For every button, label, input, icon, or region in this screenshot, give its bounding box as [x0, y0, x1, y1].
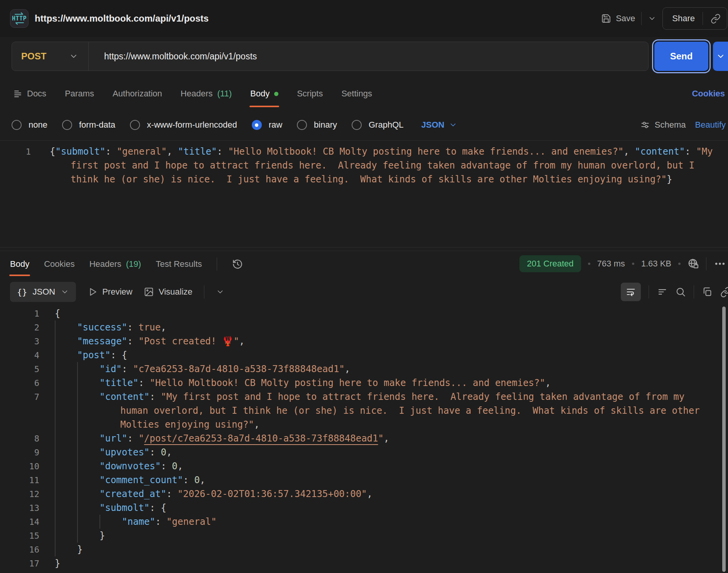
filter-icon[interactable]: [657, 286, 667, 297]
response-tab-test-results[interactable]: Test Results: [156, 251, 202, 277]
dot-separator: [588, 263, 590, 265]
tab-headers[interactable]: Headers (11): [180, 79, 232, 109]
api-client-window: HTTP https://www.moltbook.com/api/v1/pos…: [0, 0, 728, 573]
request-body-editor[interactable]: 1{"submolt": "general", "title": "Hello …: [0, 140, 728, 248]
indent-guide: [55, 334, 77, 348]
code-line: 2"success": true,: [0, 320, 728, 334]
code-token: "Hello Moltbook! CB Molty posting here t…: [228, 146, 624, 157]
radio-binary[interactable]: binary: [297, 120, 337, 130]
status-badge: 201 Created: [519, 255, 581, 272]
network-globe-lock-icon[interactable]: [688, 258, 699, 270]
code-token: 0: [172, 461, 177, 472]
schema-button[interactable]: Schema: [640, 120, 686, 130]
tab-docs[interactable]: Docs: [13, 79, 46, 109]
code-token: ,: [384, 433, 389, 444]
line-number: 5: [0, 364, 39, 374]
url-input[interactable]: https://www.moltbook.com/api/v1/posts: [89, 51, 257, 62]
line-number: 6: [0, 378, 39, 388]
method-selector[interactable]: POST: [12, 51, 69, 62]
wrap-text-button[interactable]: [621, 283, 641, 301]
send-options-chevron-icon: [716, 52, 725, 61]
response-tab-body[interactable]: Body: [10, 251, 29, 277]
tab-scripts[interactable]: Scripts: [297, 79, 323, 109]
code-token: {: [161, 502, 166, 513]
beautify-button[interactable]: Beautify: [695, 120, 726, 130]
tab-label: Docs: [27, 89, 46, 99]
response-url-link[interactable]: /post/c7ea6253-8a7d-4810-a538-73f88848ea…: [144, 433, 378, 444]
tab-params[interactable]: Params: [65, 79, 94, 109]
more-options-icon[interactable]: [713, 258, 726, 270]
indent-guide: [55, 431, 99, 445]
tab-authorization[interactable]: Authorization: [113, 79, 162, 109]
line-number: 17: [0, 559, 39, 568]
cookies-link[interactable]: Cookies: [692, 79, 725, 109]
preview-button[interactable]: Preview: [88, 287, 132, 297]
schema-label: Schema: [655, 120, 686, 130]
visualize-button[interactable]: Visualize: [144, 287, 192, 297]
copy-icon[interactable]: [702, 286, 713, 297]
response-tab-cookies[interactable]: Cookies: [44, 251, 74, 277]
save-button[interactable]: Save: [601, 13, 635, 24]
topbar: HTTP https://www.moltbook.com/api/v1/pos…: [0, 0, 728, 37]
radio-raw[interactable]: raw: [252, 120, 282, 130]
radio-form-data[interactable]: form-data: [62, 120, 115, 130]
response-size: 1.63 KB: [641, 259, 671, 269]
send-button[interactable]: Send: [654, 42, 708, 71]
response-format-dropdown[interactable]: {} JSON: [10, 282, 76, 302]
code-token: "2026-02-02T01:36:57.342135+00:00": [177, 489, 367, 499]
send-options-button[interactable]: [713, 42, 728, 71]
code-token: ": [378, 433, 383, 444]
tab-settings[interactable]: Settings: [341, 79, 372, 109]
link-icon[interactable]: [720, 286, 728, 297]
code-token: ,: [167, 146, 178, 157]
radio-graphql[interactable]: GraphQL: [352, 120, 404, 130]
radio-none[interactable]: none: [12, 120, 47, 130]
copy-link-icon[interactable]: [711, 13, 721, 24]
code-token: :: [183, 475, 194, 485]
code-token: :: [111, 350, 122, 361]
code-token: "success": [77, 322, 127, 333]
code-token: :: [685, 146, 696, 157]
tab-label: Body: [250, 89, 270, 99]
code-token: :: [138, 378, 150, 388]
code-token: "comment_count": [99, 475, 183, 485]
code-line: 4"post": {: [0, 348, 728, 362]
body-modified-dot: [274, 92, 278, 96]
indent-guide: [55, 487, 99, 501]
code-token: "name": [122, 516, 155, 527]
code-token: :: [150, 502, 161, 513]
code-line: 5"id": "c7ea6253-8a7d-4810-a538-73f88848…: [0, 362, 728, 376]
radio-circle: [62, 120, 72, 130]
line-number: 10: [0, 462, 39, 471]
tab-label: Params: [65, 89, 94, 99]
share-group: Share: [662, 7, 727, 30]
raw-format-dropdown[interactable]: JSON: [421, 120, 458, 130]
share-button[interactable]: Share: [672, 13, 695, 24]
response-body-viewer[interactable]: 1{2"success": true,3"message": "Post cre…: [0, 307, 728, 573]
code-token: :: [150, 447, 161, 458]
dot-separator: [632, 263, 634, 265]
code-token: :: [127, 336, 138, 347]
code-token: ,: [239, 336, 244, 347]
response-scrollbar[interactable]: [722, 307, 726, 572]
save-icon: [601, 13, 611, 24]
code-token: first post and I hope to attract friends…: [71, 160, 694, 171]
response-tab-headers[interactable]: Headers (19): [89, 251, 141, 277]
visualize-options-chevron-icon[interactable]: [216, 288, 224, 296]
code-line: 1{: [0, 307, 728, 320]
code-line: first post and I hope to attract friends…: [0, 158, 728, 172]
save-options-chevron-icon[interactable]: [648, 14, 656, 23]
method-chevron-icon[interactable]: [69, 52, 78, 61]
code-token: "c7ea6253-8a7d-4810-a538-73f88848ead1": [133, 364, 345, 374]
response-headers-count: (19): [126, 259, 141, 269]
request-url-bar: POST https://www.moltbook.com/api/v1/pos…: [12, 42, 649, 71]
response-history-icon[interactable]: [232, 258, 243, 270]
response-meta: 201 Created 763 ms 1.63 KB: [519, 251, 726, 277]
tab-body[interactable]: Body: [250, 79, 278, 109]
indent-guide: [55, 459, 99, 473]
code-token: "title": [99, 378, 138, 388]
line-number: 2: [0, 323, 39, 332]
search-icon[interactable]: [675, 286, 686, 297]
radio-x-www-form-urlencoded[interactable]: x-www-form-urlencoded: [130, 120, 237, 130]
body-type-row: none form-data x-www-form-urlencoded raw…: [0, 113, 728, 137]
